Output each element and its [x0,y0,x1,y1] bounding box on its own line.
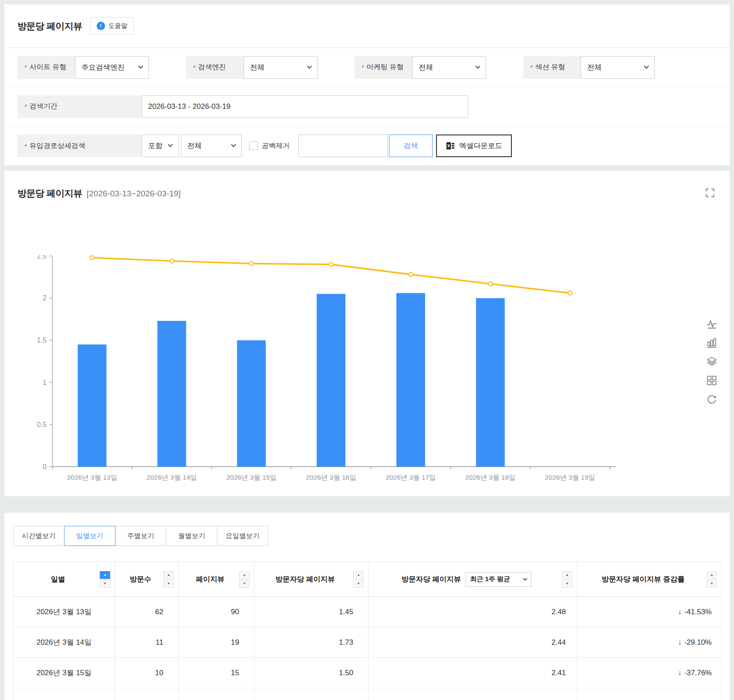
filter-site-type: * 사이트 유형 주요검색엔진 [17,56,149,79]
svg-text:2026년 3월 17일: 2026년 3월 17일 [386,474,436,481]
down-arrow-icon: ↓ [678,669,682,677]
trim-spaces-label: 공백제거 [262,141,290,151]
tab-day-of-week[interactable]: 요일별보기 [217,526,268,546]
line-chart-icon[interactable] [706,319,717,330]
sort-desc-button[interactable]: ▼ [100,580,110,588]
average-period-value: 최근 1주 평균 [470,575,510,583]
tab-daily[interactable]: 일별보기 [64,526,115,546]
marketing-type-select[interactable]: 전체 [412,56,486,79]
table-row: 2026년 3월 15일 10 15 1.50 2.41 ↓-37.76% [14,658,722,688]
keyword-input[interactable] [298,135,388,157]
section-type-value: 전체 [587,63,602,72]
sort-desc-button[interactable]: ▼ [562,580,572,588]
path-scope-select[interactable]: 전체 [181,135,242,157]
svg-text:2026년 3월 13일: 2026년 3월 13일 [67,474,117,481]
sort-asc-button[interactable]: ▲ [562,571,572,579]
chevron-down-icon [231,142,236,147]
section-type-label: * 섹션 유형 [523,56,581,79]
site-type-value: 주요검색엔진 [81,63,125,72]
cell-visits: 62 [115,597,179,627]
table-row: 2026년 3월 13일 62 90 1.45 2.48 ↓-41.53% [14,597,722,627]
cell-pv-per-visitor: 1.50 [254,658,369,688]
help-button[interactable]: ! 도움말 [90,17,134,34]
chart-title: 방문당 페이지뷰 [17,187,82,199]
chevron-down-icon [307,64,311,68]
excel-download-button[interactable]: 엑셀다운로드 [436,135,512,157]
site-type-label-text: 사이트 유형 [30,63,66,72]
col-change-rate-label: 방문자당 페이지뷰 증감률 [602,575,685,584]
include-select-value: 포함 [148,141,162,151]
filter-row-3: * 유입경로상세검색 포함 전체 공백제거 검색 [4,126,730,165]
sort-asc-button[interactable]: ▲ [353,571,364,579]
info-icon: ! [97,22,105,30]
path-search-label: * 유입경로상세검색 [17,135,142,157]
cell-change-rate: ↓-41.53% [577,597,722,627]
section-type-select[interactable]: 전체 [581,56,655,79]
sort-asc-button[interactable]: ▲ [239,571,250,579]
col-header-pageviews: 페이지뷰 ▲ ▼ [179,562,254,597]
path-scope-value: 전체 [187,141,202,151]
sort-asc-button[interactable]: ▲ [707,571,717,579]
svg-text:0.5: 0.5 [37,421,47,428]
search-engine-select[interactable]: 전체 [244,56,318,79]
table-row [14,688,722,700]
svg-text:2026년 3월 15일: 2026년 3월 15일 [226,474,276,481]
tab-hourly[interactable]: 시간별보기 [13,526,64,546]
excel-button-label: 엑셀다운로드 [459,141,502,151]
search-engine-label: * 검색엔진 [186,56,244,79]
table-row: 2026년 3월 14일 11 19 1.73 2.44 ↓-29.10% [14,627,722,658]
sort-pv-per-visitor: ▲ ▼ [353,571,364,588]
sort-visits: ▲ ▼ [163,571,174,588]
chevron-down-icon [523,576,528,581]
grid-view-icon[interactable] [706,375,717,386]
sort-desc-button[interactable]: ▼ [239,580,250,588]
sort-pv-average: ▲ ▼ [562,571,572,588]
svg-text:1: 1 [43,379,47,386]
cell-visits [115,688,179,700]
cell-date: 2026년 3월 15일 [14,658,115,688]
period-input[interactable] [142,95,468,118]
cell-date [14,688,115,700]
bar-chart-icon[interactable] [706,337,717,349]
tab-monthly[interactable]: 월별보기 [166,526,217,546]
refresh-icon[interactable] [706,394,717,405]
cell-pv-average: 2.44 [369,627,577,658]
cell-pageviews: 19 [179,627,254,658]
sort-desc-button[interactable]: ▼ [353,580,364,588]
sort-change-rate: ▲ ▼ [707,571,717,588]
fullscreen-icon[interactable] [704,187,716,199]
tab-weekly[interactable]: 주별보기 [115,526,166,546]
marketing-type-label-text: 마케팅 유형 [367,63,403,72]
filter-search-engine: * 검색엔진 전체 [186,56,318,79]
sort-desc-button[interactable]: ▼ [707,580,717,588]
page-title: 방문당 페이지뷰 [17,20,82,32]
sort-pageviews: ▲ ▼ [239,571,250,588]
cell-pv-average: 2.48 [369,597,577,627]
average-period-select[interactable]: 최근 1주 평균 [465,572,531,587]
sort-desc-button[interactable]: ▼ [163,580,174,588]
filter-panel-header: 방문당 페이지뷰 ! 도움말 [4,4,730,48]
search-engine-value: 전체 [250,63,264,72]
col-header-date: 일별 ▲ ▼ [14,562,115,597]
include-select[interactable]: 포함 [142,135,179,157]
filter-marketing-type: * 마케팅 유형 전체 [355,56,486,79]
svg-text:2: 2 [43,294,47,302]
col-visits-label: 방문수 [130,575,152,584]
cell-pv-per-visitor [254,688,369,700]
layers-icon[interactable] [706,356,717,367]
trim-spaces-checkbox[interactable] [249,141,258,150]
cell-date: 2026년 3월 14일 [14,627,115,658]
sort-asc-button[interactable]: ▲ [163,571,174,579]
svg-text:0: 0 [43,463,47,471]
search-button[interactable]: 검색 [389,135,433,157]
required-asterisk: * [193,64,196,71]
analytics-page: 방문당 페이지뷰 ! 도움말 * 사이트 유형 주요검색엔진 * [0,0,734,700]
filter-row-2: * 검색기간 [4,87,730,126]
chart-tools [706,319,717,405]
svg-text:2.5: 2.5 [37,255,47,260]
sort-date: ▲ ▼ [100,571,110,588]
col-pv-per-visitor-label: 방문자당 페이지뷰 [275,575,335,584]
sort-asc-button[interactable]: ▲ [100,571,110,579]
site-type-select[interactable]: 주요검색엔진 [75,56,149,79]
pageviews-chart: 00.511.522.52026년 3월 13일2026년 3월 14일2026… [21,255,631,492]
